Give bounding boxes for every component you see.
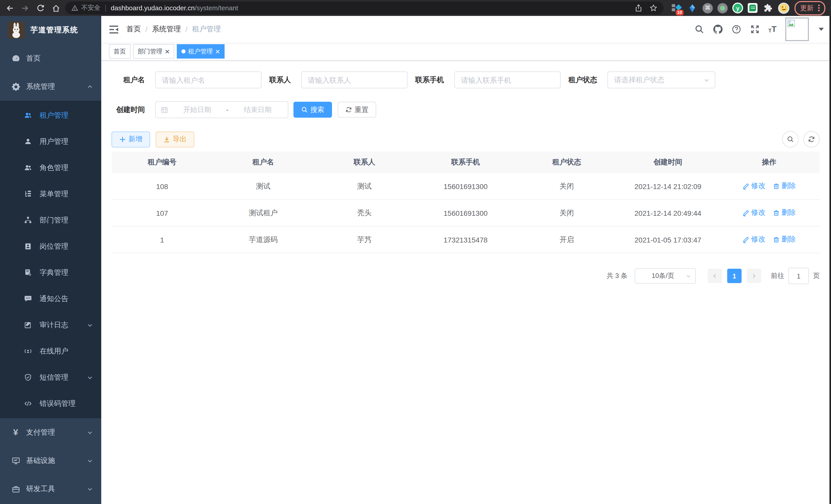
next-page-button[interactable] bbox=[747, 269, 761, 283]
breadcrumb-system[interactable]: 系统管理 bbox=[152, 25, 181, 34]
forward-icon[interactable] bbox=[21, 4, 29, 12]
close-icon[interactable] bbox=[215, 49, 220, 54]
sidebar-item-payment[interactable]: ¥ 支付管理 bbox=[0, 418, 101, 446]
search-button[interactable]: 搜索 bbox=[293, 102, 332, 118]
edit-button[interactable]: 修改 bbox=[742, 235, 766, 244]
tenant-name-input[interactable] bbox=[155, 71, 262, 88]
tag-tenant[interactable]: 租户管理 bbox=[177, 44, 225, 59]
avatar[interactable] bbox=[785, 18, 809, 41]
trash-icon bbox=[773, 236, 779, 243]
sidebar-item-post[interactable]: 岗位管理 bbox=[0, 233, 101, 260]
create-time-range-picker[interactable]: 开始日期 - 结束日期 bbox=[155, 101, 288, 118]
font-size-icon[interactable]: TT bbox=[768, 25, 776, 33]
address-bar[interactable]: 不安全 dashboard.yudao.iocoder.cn/system/te… bbox=[65, 2, 663, 14]
sidebar-item-tenant[interactable]: 租户管理 bbox=[0, 102, 101, 128]
edit-button[interactable]: 修改 bbox=[742, 182, 766, 191]
app-logo-image bbox=[8, 22, 25, 38]
sidebar-item-infrastructure[interactable]: 基础设施 bbox=[0, 446, 101, 475]
add-button[interactable]: 新增 bbox=[112, 131, 150, 147]
chat-extension-icon[interactable] bbox=[748, 3, 757, 13]
contact-label: 联系人 bbox=[269, 75, 291, 85]
page-size-select[interactable]: 10条/页 bbox=[635, 268, 696, 284]
col-mobile: 联系手机 bbox=[415, 152, 516, 173]
sidebar-item-role[interactable]: 角色管理 bbox=[0, 155, 101, 181]
dashboard-icon bbox=[11, 54, 20, 63]
sidebar-item-system[interactable]: 系统管理 bbox=[0, 72, 101, 101]
user-menu-caret-icon[interactable] bbox=[819, 28, 824, 31]
github-icon[interactable] bbox=[713, 24, 722, 34]
tag-home[interactable]: 首页 bbox=[109, 44, 131, 59]
log-icon bbox=[24, 321, 32, 329]
extensions-puzzle-icon[interactable] bbox=[762, 2, 773, 13]
sidebar-item-menu[interactable]: 菜单管理 bbox=[0, 181, 101, 207]
share-icon[interactable] bbox=[635, 4, 642, 12]
edit-button[interactable]: 修改 bbox=[742, 208, 766, 217]
delete-button[interactable]: 删除 bbox=[773, 235, 796, 244]
tag-dept[interactable]: 部门管理 bbox=[133, 44, 174, 59]
goto-page-input[interactable] bbox=[789, 268, 809, 284]
table-row: 107 测试租户 秃头 15601691300 关闭 2021-12-14 20… bbox=[112, 200, 820, 226]
chevron-left-icon bbox=[712, 273, 718, 279]
post-icon bbox=[24, 242, 32, 250]
chevron-down-icon bbox=[686, 273, 691, 279]
balloon-extension-icon[interactable] bbox=[687, 2, 698, 13]
mobile-input[interactable] bbox=[454, 71, 561, 88]
prev-page-button[interactable] bbox=[708, 269, 722, 283]
main-area: 首页 / 系统管理 / 租户管理 bbox=[101, 16, 831, 504]
breadcrumb-home[interactable]: 首页 bbox=[126, 25, 141, 34]
refresh-table-button[interactable] bbox=[803, 131, 820, 147]
sidebar-item-devtools[interactable]: 研发工具 bbox=[0, 475, 101, 503]
active-tag-dot bbox=[181, 49, 185, 53]
chevron-down-icon bbox=[87, 457, 93, 464]
sidebar-item-notice[interactable]: 通知公告 bbox=[0, 286, 101, 312]
export-button[interactable]: 导出 bbox=[156, 131, 194, 147]
status-text: 关闭 bbox=[516, 200, 618, 226]
close-icon[interactable] bbox=[165, 49, 170, 54]
user-icon bbox=[24, 138, 32, 146]
current-page-button[interactable]: 1 bbox=[727, 269, 742, 283]
goto-label: 前往 bbox=[771, 271, 784, 280]
delete-button[interactable]: 删除 bbox=[773, 182, 796, 191]
recorder-extension-icon[interactable] bbox=[717, 3, 728, 13]
sidebar-item-dept[interactable]: 部门管理 bbox=[0, 207, 101, 233]
reload-icon[interactable] bbox=[36, 4, 45, 12]
pencil-icon bbox=[742, 210, 749, 216]
tags-view: 首页 部门管理 租户管理 bbox=[101, 42, 831, 61]
table-row: 1 芋道源码 芋艿 17321315478 开启 2021-01-05 17:0… bbox=[112, 226, 820, 253]
back-icon[interactable] bbox=[5, 4, 14, 12]
sidebar-item-online-user[interactable]: 在线用户 bbox=[0, 338, 101, 364]
table-header-row: 租户编号 租户名 联系人 联系手机 租户状态 创建时间 操作 bbox=[112, 152, 820, 173]
tenant-table: 租户编号 租户名 联系人 联系手机 租户状态 创建时间 操作 108 测试 bbox=[112, 152, 820, 253]
command-extension-icon[interactable]: ⌘ bbox=[703, 3, 713, 13]
contact-input[interactable] bbox=[301, 71, 407, 88]
delete-button[interactable]: 删除 bbox=[773, 208, 796, 217]
page-unit-label: 页 bbox=[813, 271, 820, 280]
system-submenu: 租户管理 用户管理 角色管理 bbox=[0, 101, 101, 418]
toggle-search-button[interactable] bbox=[782, 131, 799, 147]
home-icon[interactable] bbox=[51, 4, 60, 12]
sidebar-item-sms[interactable]: 短信管理 bbox=[0, 364, 101, 390]
col-contact: 联系人 bbox=[314, 152, 415, 173]
url-host: dashboard.yudao.iocoder.cn bbox=[111, 4, 195, 12]
tab-manager-extension-icon[interactable]: 10 bbox=[671, 2, 682, 13]
fullscreen-icon[interactable] bbox=[750, 24, 760, 34]
sidebar-item-audit-log[interactable]: 审计日志 bbox=[0, 312, 101, 338]
sidebar-item-user[interactable]: 用户管理 bbox=[0, 128, 101, 155]
profile-avatar-icon[interactable] bbox=[778, 2, 790, 13]
help-icon[interactable] bbox=[731, 24, 741, 34]
sidebar-item-dict[interactable]: 字典管理 bbox=[0, 260, 101, 286]
update-button[interactable]: 更新 bbox=[795, 1, 825, 15]
sidebar-fold-icon[interactable] bbox=[101, 16, 126, 42]
search-icon[interactable] bbox=[694, 24, 704, 34]
total-count: 共 3 条 bbox=[607, 271, 628, 280]
bookmark-star-icon[interactable] bbox=[650, 4, 657, 12]
create-time-label: 创建时间 bbox=[112, 105, 145, 114]
browser-menu-dots-icon[interactable] bbox=[818, 5, 820, 11]
y-extension-icon[interactable]: y bbox=[732, 3, 743, 13]
sidebar-item-error-code[interactable]: 错误码管理 bbox=[0, 390, 101, 417]
sidebar-item-home[interactable]: 首页 bbox=[0, 44, 101, 72]
calendar-icon bbox=[161, 106, 168, 113]
gear-icon bbox=[11, 82, 20, 91]
status-select[interactable]: 请选择租户状态 bbox=[607, 71, 715, 88]
reset-button[interactable]: 重置 bbox=[338, 102, 376, 118]
